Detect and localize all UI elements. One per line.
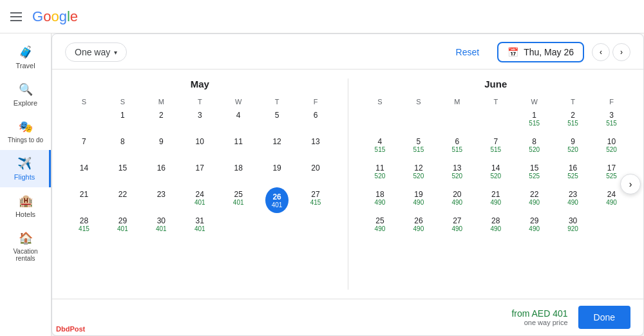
may-cell-1[interactable]: 1 xyxy=(104,108,142,134)
june-cell-e5 xyxy=(592,214,630,239)
calendar-prev-button[interactable]: ‹ xyxy=(592,43,610,61)
may-cell-23[interactable]: 23 xyxy=(142,187,180,213)
may-cell-9[interactable]: 9 xyxy=(142,135,180,160)
june-dow-s1: S xyxy=(361,96,399,107)
june-cell-28[interactable]: 28490 xyxy=(477,214,515,239)
may-dow-t2: T xyxy=(258,96,296,107)
calendar-date-display: 📅 Thu, May 26 xyxy=(497,42,584,62)
june-cell-3[interactable]: 3515 xyxy=(592,108,630,134)
may-cell-18[interactable]: 18 xyxy=(220,161,258,187)
calendar-panel: One way ▾ Reset 📅 Thu, May 26 ‹ › xyxy=(52,33,644,336)
june-cell-22[interactable]: 22490 xyxy=(515,187,553,213)
june-cell-11[interactable]: 11520 xyxy=(361,161,399,187)
may-cell-26[interactable]: 26401 xyxy=(265,187,289,213)
sidebar-item-vacation-rentals[interactable]: 🏠 Vacation rentals xyxy=(0,225,51,268)
june-cell-30[interactable]: 30920 xyxy=(554,214,592,239)
sidebar-item-flights[interactable]: ✈️ Flights xyxy=(0,150,51,187)
june-cell-5[interactable]: 5515 xyxy=(399,135,437,160)
calendar-next-button[interactable]: › xyxy=(612,43,630,61)
calendar-reset-button[interactable]: Reset xyxy=(456,47,480,57)
may-cell-30[interactable]: 30401 xyxy=(142,214,180,239)
june-cell-19[interactable]: 19490 xyxy=(399,187,437,213)
may-cell-11[interactable]: 11 xyxy=(220,135,258,160)
may-cell-10[interactable]: 10 xyxy=(181,135,219,160)
june-cell-6[interactable]: 6515 xyxy=(438,135,476,160)
may-cell-8[interactable]: 8 xyxy=(104,135,142,160)
sidebar-item-hotels[interactable]: 🏨 Hotels xyxy=(0,187,51,225)
june-cell-26[interactable]: 26490 xyxy=(399,214,437,239)
june-cell-4[interactable]: 4515 xyxy=(361,135,399,160)
june-dow-t2: T xyxy=(554,96,592,107)
june-cell-e2 xyxy=(399,108,437,134)
june-cell-10[interactable]: 10520 xyxy=(592,135,630,160)
calendar-selected-date: Thu, May 26 xyxy=(524,47,574,57)
calendar-one-way-chevron-icon: ▾ xyxy=(114,49,117,56)
may-cell-19[interactable]: 19 xyxy=(258,161,296,187)
may-cell-12[interactable]: 12 xyxy=(258,135,296,160)
may-cell-25[interactable]: 25401 xyxy=(220,187,258,213)
may-cell-16[interactable]: 16 xyxy=(142,161,180,187)
june-cell-25[interactable]: 25490 xyxy=(361,214,399,239)
may-dow-w: W xyxy=(220,96,258,107)
june-cell-13[interactable]: 13520 xyxy=(438,161,476,187)
may-cell-13[interactable]: 13 xyxy=(297,135,335,160)
may-cell-22[interactable]: 22 xyxy=(104,187,142,213)
june-cell-27[interactable]: 27490 xyxy=(438,214,476,239)
calendar-one-way-selector[interactable]: One way ▾ xyxy=(65,42,127,62)
june-cell-16[interactable]: 16525 xyxy=(554,161,592,187)
may-cell-4[interactable]: 4 xyxy=(220,108,258,134)
may-dow-t1: T xyxy=(181,96,219,107)
june-cell-18[interactable]: 18490 xyxy=(361,187,399,213)
calendar-icon: 📅 xyxy=(507,47,518,57)
may-cell-7[interactable]: 7 xyxy=(65,135,103,160)
june-cell-14[interactable]: 14520 xyxy=(477,161,515,187)
may-cell-5[interactable]: 5 xyxy=(258,108,296,134)
june-cell-1[interactable]: 1515 xyxy=(515,108,553,134)
sidebar-item-travel[interactable]: 🧳 Travel xyxy=(0,39,51,76)
calendar-price-info: from AED 401 one way price xyxy=(511,308,567,326)
june-cell-15[interactable]: 15525 xyxy=(515,161,553,187)
may-cell-21[interactable]: 21 xyxy=(65,187,103,213)
may-cell-15[interactable]: 15 xyxy=(104,161,142,187)
june-cell-29[interactable]: 29490 xyxy=(515,214,553,239)
june-dow-m: M xyxy=(438,96,476,107)
calendar-price-from: from AED 401 xyxy=(511,308,567,319)
google-logo: Google xyxy=(32,8,78,25)
menu-icon[interactable] xyxy=(10,12,22,21)
may-cell-3[interactable]: 3 xyxy=(181,108,219,134)
sidebar-item-explore[interactable]: 🔍 Explore xyxy=(0,76,51,113)
may-cell-31[interactable]: 31401 xyxy=(181,214,219,239)
june-cell-2[interactable]: 2515 xyxy=(554,108,592,134)
calendar-scroll-right-button[interactable]: › xyxy=(620,174,641,194)
may-cell-empty2 xyxy=(220,214,258,239)
may-cell-14[interactable]: 14 xyxy=(65,161,103,187)
calendar-nav-buttons: ‹ › xyxy=(592,43,630,61)
june-dow-w: W xyxy=(515,96,553,107)
may-cell-6[interactable]: 6 xyxy=(297,108,335,134)
may-cell-27[interactable]: 27415 xyxy=(297,187,335,213)
calendar-one-way-label: One way xyxy=(75,47,110,57)
may-dow-s1: S xyxy=(65,96,103,107)
june-calendar: June S S M T W T F 1515 xyxy=(361,79,631,290)
june-cell-7[interactable]: 7515 xyxy=(477,135,515,160)
june-cell-12[interactable]: 12520 xyxy=(399,161,437,187)
may-cell-20[interactable]: 20 xyxy=(297,161,335,187)
calendar-done-button[interactable]: Done xyxy=(578,306,630,329)
june-cell-21[interactable]: 21490 xyxy=(477,187,515,213)
june-cell-23[interactable]: 23490 xyxy=(554,187,592,213)
may-cell-28[interactable]: 28415 xyxy=(65,214,103,239)
june-cell-20[interactable]: 20490 xyxy=(438,187,476,213)
may-cell-17[interactable]: 17 xyxy=(181,161,219,187)
june-cell-9[interactable]: 9520 xyxy=(554,135,592,160)
may-cell-24[interactable]: 24401 xyxy=(181,187,219,213)
may-dow-f: F xyxy=(297,96,335,107)
sidebar-item-things-to-do[interactable]: 🎭 Things to do xyxy=(0,113,51,150)
may-cell-2[interactable]: 2 xyxy=(142,108,180,134)
content-area: → One way ▾ 👤 1 ▾ Economy ▾ ⊟ All filte xyxy=(52,33,644,336)
may-title: May xyxy=(65,79,335,89)
may-cell-empty xyxy=(65,108,103,134)
may-cell-29[interactable]: 29401 xyxy=(104,214,142,239)
june-cell-e1 xyxy=(361,108,399,134)
may-dow-m: M xyxy=(142,96,180,107)
june-cell-8[interactable]: 8520 xyxy=(515,135,553,160)
